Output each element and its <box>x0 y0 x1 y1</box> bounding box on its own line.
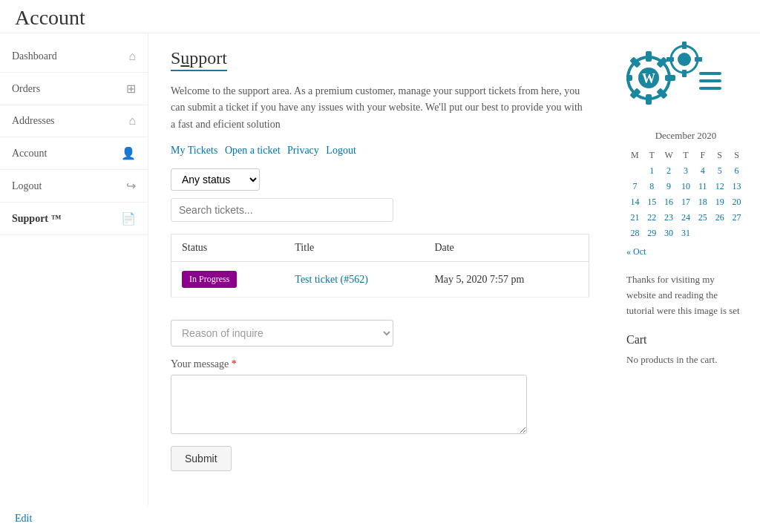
cart-empty-message: No products in the cart. <box>626 354 745 366</box>
svg-rect-4 <box>665 75 675 81</box>
svg-rect-16 <box>666 57 674 62</box>
status-select[interactable]: Any status In Progress Closed Open <box>171 168 260 191</box>
sidebar: Dashboard ⌂ Orders ⊞ Addresses ⌂ Account… <box>0 33 148 505</box>
orders-icon: ⊞ <box>126 82 136 96</box>
cal-day-8[interactable]: 8 <box>649 181 654 191</box>
edit-link[interactable]: Edit <box>15 513 32 524</box>
cal-day-19[interactable]: 19 <box>715 197 724 207</box>
logout-icon: ↪ <box>126 179 136 193</box>
cal-prev-link[interactable]: « Oct <box>626 246 646 257</box>
cal-day-1[interactable]: 1 <box>649 165 654 176</box>
cal-day-21[interactable]: 21 <box>630 212 639 223</box>
sidebar-label: Dashboard <box>12 50 57 62</box>
sidebar-item-logout[interactable]: Logout ↪ <box>0 170 148 203</box>
cal-day-17[interactable]: 17 <box>681 197 690 207</box>
svg-rect-15 <box>695 57 702 62</box>
cal-day-16[interactable]: 16 <box>664 197 673 207</box>
sidebar-label: Logout <box>12 180 42 192</box>
support-icon: 📄 <box>121 211 136 226</box>
cal-day-22[interactable]: 22 <box>647 212 656 223</box>
calendar-month: December 2020 <box>626 130 745 142</box>
svg-rect-18 <box>699 79 721 82</box>
cal-day-24[interactable]: 24 <box>681 212 690 223</box>
cal-day-2[interactable]: 2 <box>666 165 671 176</box>
calendar-table: M T W T F S S 1 2 <box>626 148 745 241</box>
ticket-form: Reason of inquire General Inquiry Techni… <box>171 320 589 471</box>
privacy-link[interactable]: Privacy <box>287 145 319 156</box>
cart-title: Cart <box>626 333 745 347</box>
right-sidebar: W <box>612 33 760 505</box>
status-filter: Any status In Progress Closed Open <box>171 168 589 191</box>
title-s: S <box>171 48 180 68</box>
cal-week-5: 28 29 30 31 <box>626 226 745 241</box>
cal-week-4: 21 22 23 24 25 26 27 <box>626 210 745 226</box>
cal-day-13[interactable]: 13 <box>733 181 741 191</box>
message-textarea[interactable] <box>171 375 527 434</box>
wp-logo-container: W <box>626 41 730 115</box>
ticket-status: In Progress <box>171 262 285 298</box>
logout-link[interactable]: Logout <box>326 145 356 156</box>
ticket-title: Test ticket (#562) <box>284 262 424 298</box>
my-tickets-link[interactable]: My Tickets <box>171 145 217 156</box>
cal-day-27[interactable]: 27 <box>733 212 741 223</box>
cal-wed: W <box>661 148 678 163</box>
title-rest: pport <box>189 48 227 68</box>
svg-rect-14 <box>682 70 687 77</box>
text-widget: Thanks for visiting my website and readi… <box>626 272 745 318</box>
cal-day-23[interactable]: 23 <box>664 212 673 223</box>
cal-day-9[interactable]: 9 <box>666 181 671 191</box>
required-marker: * <box>232 358 237 370</box>
cal-sun: S <box>728 148 745 163</box>
sidebar-item-dashboard[interactable]: Dashboard ⌂ <box>0 41 148 73</box>
svg-point-12 <box>678 53 691 66</box>
cal-day-5[interactable]: 5 <box>718 165 722 176</box>
wordpress-logo-svg: W <box>626 41 730 115</box>
ticket-date: May 5, 2020 7:57 pm <box>424 262 589 298</box>
ticket-link[interactable]: Test ticket (#562) <box>295 274 368 285</box>
svg-rect-2 <box>646 51 652 62</box>
cal-day-28[interactable]: 28 <box>630 228 639 238</box>
tickets-table: Status Title Date In Progress Test ticke… <box>171 234 589 298</box>
account-icon: 👤 <box>121 146 136 160</box>
open-ticket-link[interactable]: Open a ticket <box>225 145 281 156</box>
support-heading: Support <box>171 48 227 71</box>
cal-week-3: 14 15 16 17 18 19 20 <box>626 194 745 210</box>
cal-day-12[interactable]: 12 <box>715 181 724 191</box>
cal-day-11[interactable]: 11 <box>698 181 707 191</box>
submit-button[interactable]: Submit <box>171 446 232 471</box>
sidebar-item-account[interactable]: Account 👤 <box>0 137 148 170</box>
cal-day-10[interactable]: 10 <box>681 181 690 191</box>
svg-rect-17 <box>699 72 721 75</box>
message-label-text: Your message <box>171 358 229 370</box>
cal-day-15[interactable]: 15 <box>647 197 656 207</box>
svg-rect-5 <box>626 75 632 81</box>
cal-day-7[interactable]: 7 <box>632 181 637 191</box>
reason-select[interactable]: Reason of inquire General Inquiry Techni… <box>171 320 393 347</box>
cal-fri: F <box>694 148 711 163</box>
cal-day-20[interactable]: 20 <box>733 197 741 207</box>
cal-day-4[interactable]: 4 <box>701 165 705 176</box>
cal-sat: S <box>711 148 728 163</box>
wp-widget: W <box>626 41 745 115</box>
support-nav: My Tickets Open a ticket Privacy Logout <box>171 145 589 157</box>
cal-day-18[interactable]: 18 <box>698 197 707 207</box>
search-input[interactable] <box>171 198 393 222</box>
cal-day-3[interactable]: 3 <box>684 165 688 176</box>
cal-mon: M <box>626 148 643 163</box>
sidebar-item-support[interactable]: Support ™ 📄 <box>0 203 148 235</box>
col-date: Date <box>424 234 589 262</box>
col-title: Title <box>284 234 424 262</box>
cal-day-30[interactable]: 30 <box>664 228 673 238</box>
cal-day-6[interactable]: 6 <box>735 165 739 176</box>
cal-day-31[interactable]: 31 <box>681 228 690 238</box>
cal-day-29[interactable]: 29 <box>647 228 656 238</box>
cal-day-26[interactable]: 26 <box>715 212 724 223</box>
cal-day-14[interactable]: 14 <box>630 197 639 207</box>
message-field-wrapper: Your message * <box>171 358 589 434</box>
col-status: Status <box>171 234 285 262</box>
sidebar-item-orders[interactable]: Orders ⊞ <box>0 73 148 105</box>
sidebar-item-addresses[interactable]: Addresses ⌂ <box>0 105 148 137</box>
cal-day-25[interactable]: 25 <box>698 212 707 223</box>
main-content: Support Welcome to the support area. As … <box>148 33 612 505</box>
svg-rect-3 <box>646 94 652 105</box>
